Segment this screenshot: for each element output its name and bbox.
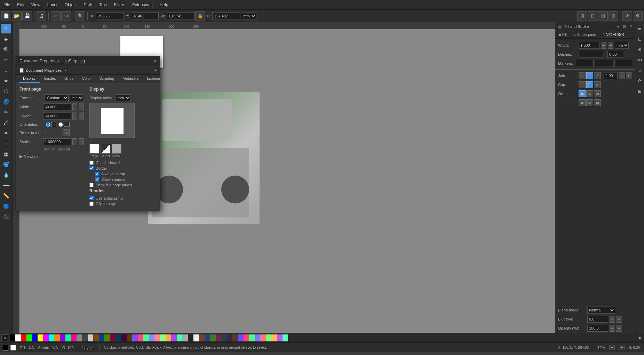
expand-icon[interactable]: ▾ — [617, 24, 619, 29]
join-bevel[interactable]: ╱ — [594, 72, 601, 79]
star-tool[interactable]: ★ — [1, 76, 11, 86]
paint-bucket-tool[interactable]: 🪣 — [1, 160, 11, 169]
menu-help[interactable]: Help — [156, 1, 172, 9]
tab-stroke-style[interactable]: ≡Stroke style — [599, 31, 628, 38]
width-input[interactable] — [43, 103, 71, 110]
desk-color-box[interactable] — [112, 144, 121, 154]
undo-button[interactable]: ↩ — [51, 11, 61, 21]
open-button[interactable]: 📂 — [12, 11, 22, 21]
portrait-radio[interactable] — [46, 122, 50, 127]
zoom-in-btn[interactable]: + — [619, 345, 625, 350]
fill-color-preview[interactable] — [3, 345, 8, 350]
orientation-portrait[interactable] — [46, 122, 56, 127]
tab-grids[interactable]: Grids — [60, 75, 78, 83]
blend-mode-select[interactable]: NormalMultiplyScreen — [587, 307, 615, 314]
palette-color-24[interactable] — [143, 334, 149, 341]
clip-to-page-checkbox[interactable] — [89, 202, 94, 206]
calligraphy-tool[interactable]: ✒ — [1, 128, 11, 138]
tab-color[interactable]: Color — [78, 75, 95, 83]
ellipse-tool[interactable]: ○ — [1, 65, 11, 75]
gradient-tool[interactable]: ▦ — [1, 149, 11, 159]
tab-fill[interactable]: ■Fill — [555, 31, 570, 38]
orientation-landscape[interactable] — [58, 122, 70, 127]
palette-color-39[interactable] — [227, 334, 232, 341]
order-stroke-only[interactable]: ▥ — [594, 90, 601, 97]
border-color-box[interactable] — [101, 144, 110, 154]
y-input[interactable] — [131, 12, 159, 20]
scale-dec[interactable]: − — [72, 138, 78, 145]
menu-text[interactable]: Text — [96, 1, 110, 9]
width-dec[interactable]: − — [72, 103, 78, 110]
palette-color-4[interactable] — [32, 334, 38, 341]
pencil-tool[interactable]: ✏ — [1, 107, 11, 117]
tab-close-icon[interactable]: × — [64, 68, 66, 72]
palette-color-42[interactable] — [244, 334, 249, 341]
palette-color-9[interactable] — [60, 334, 65, 341]
lock-icon[interactable]: 🔒 — [195, 11, 205, 21]
width-unit[interactable]: mmpx — [615, 42, 629, 49]
print-button[interactable]: 🖨 — [37, 11, 46, 21]
w-input[interactable] — [167, 12, 194, 20]
palette-color-45[interactable] — [260, 334, 266, 341]
zoom-out-btn[interactable]: − — [609, 345, 615, 350]
desk-swatch[interactable]: Desk — [112, 144, 121, 158]
palette-color-21[interactable] — [127, 334, 132, 341]
xml-editor-icon[interactable]: </> — [635, 55, 644, 65]
connector-tool[interactable]: ⟷ — [1, 180, 11, 190]
menu-path[interactable]: Path — [80, 1, 96, 9]
palette-color-10[interactable] — [65, 334, 71, 341]
objects-icon[interactable]: ◻ — [635, 34, 644, 44]
measure-tool[interactable]: 📏 — [1, 191, 11, 201]
menu-filters[interactable]: Filters — [110, 1, 129, 9]
close-fill-stroke[interactable]: × — [630, 24, 632, 29]
palette-color-1[interactable] — [15, 334, 21, 341]
palette-color-5[interactable] — [38, 334, 43, 341]
order-stroke-paint[interactable]: ▤ — [586, 90, 593, 97]
unit-select[interactable]: mm px cm in — [241, 12, 256, 20]
width-down[interactable]: − — [601, 42, 606, 49]
landscape-radio[interactable] — [58, 122, 63, 127]
tab-license[interactable]: License — [143, 75, 164, 83]
palette-color-27[interactable] — [160, 334, 166, 341]
palette-color-41[interactable] — [238, 334, 244, 341]
palette-color-19[interactable] — [116, 334, 121, 341]
palette-color-20[interactable] — [121, 334, 127, 341]
pen-tool[interactable]: 🖊 — [1, 118, 11, 128]
palette-color-25[interactable] — [149, 334, 154, 341]
transform-icon[interactable]: ⟳ — [635, 76, 644, 86]
checkerboard-checkbox[interactable] — [89, 161, 94, 165]
select-tool[interactable]: ↖ — [1, 24, 11, 33]
display-units-select[interactable]: mmpx — [115, 94, 131, 101]
show-shadow-checkbox[interactable] — [95, 177, 99, 182]
width-inc[interactable]: + — [79, 103, 84, 110]
palette-color-17[interactable] — [104, 334, 110, 341]
width-input[interactable] — [579, 42, 599, 49]
palette-color-3[interactable] — [26, 334, 32, 341]
palette-color-46[interactable] — [266, 334, 271, 341]
dashes-input[interactable] — [607, 51, 623, 58]
palette-color-18[interactable] — [110, 334, 116, 341]
dialog-minimize-icon[interactable]: ▾ — [155, 68, 157, 73]
markers-start[interactable] — [576, 60, 594, 67]
palette-color-35[interactable] — [205, 334, 210, 341]
markers-end[interactable] — [614, 60, 632, 67]
opacity-up[interactable]: + — [617, 325, 622, 332]
always-on-top-checkbox[interactable] — [95, 172, 99, 176]
palette-color-15[interactable] — [93, 334, 99, 341]
palette-color-29[interactable] — [171, 334, 177, 341]
dropper-tool[interactable]: 💧 — [1, 170, 11, 180]
snap-button-1[interactable]: ⊞ — [577, 11, 587, 21]
palette-color-13[interactable] — [82, 334, 88, 341]
eraser-tool[interactable]: ⌫ — [1, 212, 11, 222]
text-tool[interactable]: T — [1, 139, 11, 148]
palette-color-31[interactable] — [182, 334, 188, 341]
palette-color-47[interactable] — [271, 334, 277, 341]
cap-butt[interactable]: | — [579, 81, 586, 88]
x-input[interactable] — [96, 12, 124, 20]
palette-color-12[interactable] — [77, 334, 82, 341]
palette-color-22[interactable] — [132, 334, 138, 341]
cap-round[interactable]: ◯ — [586, 81, 593, 88]
palette-color-44[interactable] — [255, 334, 260, 341]
snap-button-4[interactable]: ⊠ — [609, 11, 618, 21]
palette-color-48[interactable] — [277, 334, 283, 341]
